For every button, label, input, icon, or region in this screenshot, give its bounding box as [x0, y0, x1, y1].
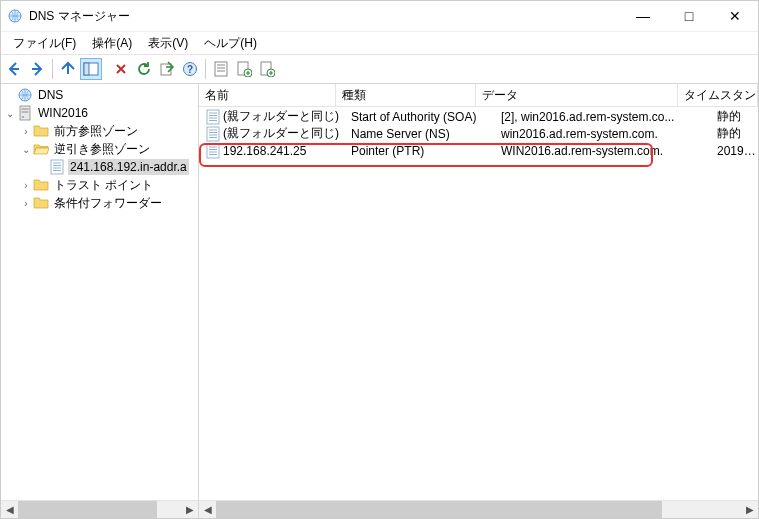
- tree-node-trust-points[interactable]: › トラスト ポイント: [1, 176, 198, 194]
- tree-node-reverse-zone-item[interactable]: 241.168.192.in-addr.a: [1, 158, 198, 176]
- nav-forward-button[interactable]: [26, 58, 48, 80]
- folder-icon: [33, 177, 49, 193]
- new-record-button[interactable]: [233, 58, 255, 80]
- tree-node-forward-zones[interactable]: › 前方参照ゾーン: [1, 122, 198, 140]
- scroll-left-icon[interactable]: ◀: [1, 501, 18, 518]
- list-body[interactable]: (親フォルダーと同じ) Start of Authority (SOA) [2]…: [199, 107, 758, 500]
- scroll-left-icon[interactable]: ◀: [199, 501, 216, 518]
- list-row[interactable]: (親フォルダーと同じ) Name Server (NS) win2016.ad.…: [199, 125, 758, 142]
- menu-view[interactable]: 表示(V): [140, 33, 196, 54]
- col-type[interactable]: 種類: [336, 84, 476, 106]
- tree-node-dns[interactable]: ▷ DNS: [1, 86, 198, 104]
- refresh-button[interactable]: [133, 58, 155, 80]
- cell-type: Name Server (NS): [345, 127, 495, 141]
- tree-label: トラスト ポイント: [52, 176, 155, 195]
- folder-icon: [33, 123, 49, 139]
- menubar: ファイル(F) 操作(A) 表示(V) ヘルプ(H): [1, 32, 758, 55]
- maximize-button[interactable]: □: [666, 1, 712, 31]
- tree-label: 前方参照ゾーン: [52, 122, 140, 141]
- col-data[interactable]: データ: [476, 84, 678, 106]
- menu-action[interactable]: 操作(A): [84, 33, 140, 54]
- cell-type: Start of Authority (SOA): [345, 110, 495, 124]
- expand-icon[interactable]: ›: [19, 124, 33, 138]
- tree-node-conditional-forwarders[interactable]: › 条件付フォワーダー: [1, 194, 198, 212]
- cell-type: Pointer (PTR): [345, 144, 495, 158]
- nav-back-button[interactable]: [3, 58, 25, 80]
- dns-icon: [17, 87, 33, 103]
- cell-name: (親フォルダーと同じ): [223, 125, 339, 142]
- delete-button[interactable]: [110, 58, 132, 80]
- tree-label: 241.168.192.in-addr.a: [68, 159, 189, 175]
- server-icon: [17, 105, 33, 121]
- menu-file[interactable]: ファイル(F): [5, 33, 84, 54]
- list-row[interactable]: 192.168.241.25 Pointer (PTR) WIN2016.ad.…: [199, 142, 758, 159]
- export-button[interactable]: [156, 58, 178, 80]
- cell-ts: 静的: [711, 125, 758, 142]
- window-controls: — □ ✕: [620, 1, 758, 31]
- dns-manager-window: DNS マネージャー — □ ✕ ファイル(F) 操作(A) 表示(V) ヘルプ…: [0, 0, 759, 519]
- list-header: 名前 種類 データ タイムスタンプ: [199, 84, 758, 107]
- body-area: ▷ DNS ⌄ WIN2016 › 前方参照ゾーン: [1, 84, 758, 518]
- expand-icon[interactable]: ›: [19, 196, 33, 210]
- tree[interactable]: ▷ DNS ⌄ WIN2016 › 前方参照ゾーン: [1, 84, 198, 500]
- cell-ts: 静的: [711, 108, 758, 125]
- dns-app-icon: [7, 8, 23, 24]
- toolbar: [1, 55, 758, 84]
- show-tree-button[interactable]: [80, 58, 102, 80]
- expand-icon[interactable]: ›: [19, 178, 33, 192]
- minimize-button[interactable]: —: [620, 1, 666, 31]
- help-button[interactable]: [179, 58, 201, 80]
- tree-label: 逆引き参照ゾーン: [52, 140, 152, 159]
- record-icon: [205, 126, 221, 142]
- collapse-icon[interactable]: ⌄: [3, 106, 17, 120]
- tree-panel: ▷ DNS ⌄ WIN2016 › 前方参照ゾーン: [1, 84, 199, 518]
- new-record-button-2[interactable]: [256, 58, 278, 80]
- folder-icon: [33, 195, 49, 211]
- cell-name: (親フォルダーと同じ): [223, 108, 339, 125]
- zone-icon: [49, 159, 65, 175]
- cell-ts: 2019/06/17 12: [711, 144, 758, 158]
- scroll-right-icon[interactable]: ▶: [181, 501, 198, 518]
- col-ts[interactable]: タイムスタンプ: [678, 84, 758, 106]
- close-button[interactable]: ✕: [712, 1, 758, 31]
- cell-name: 192.168.241.25: [223, 144, 306, 158]
- list-hscrollbar[interactable]: ◀ ▶: [199, 500, 758, 518]
- tree-hscrollbar[interactable]: ◀ ▶: [1, 500, 198, 518]
- tree-label: WIN2016: [36, 105, 90, 121]
- tree-node-reverse-zones[interactable]: ⌄ 逆引き参照ゾーン: [1, 140, 198, 158]
- titlebar: DNS マネージャー — □ ✕: [1, 1, 758, 32]
- cell-data: [2], win2016.ad.rem-system.co...: [495, 110, 711, 124]
- cell-data: WIN2016.ad.rem-system.com.: [495, 144, 711, 158]
- collapse-icon[interactable]: ⌄: [19, 142, 33, 156]
- list-panel: 名前 種類 データ タイムスタンプ (親フォルダーと同じ) Start of A…: [199, 84, 758, 518]
- tree-label: 条件付フォワーダー: [52, 194, 164, 213]
- col-name[interactable]: 名前: [199, 84, 336, 106]
- record-icon: [205, 143, 221, 159]
- separator: [52, 59, 53, 79]
- window-title: DNS マネージャー: [29, 8, 620, 25]
- cell-data: win2016.ad.rem-system.com.: [495, 127, 711, 141]
- scroll-right-icon[interactable]: ▶: [741, 501, 758, 518]
- tree-label: DNS: [36, 87, 65, 103]
- list-row[interactable]: (親フォルダーと同じ) Start of Authority (SOA) [2]…: [199, 108, 758, 125]
- record-icon: [205, 109, 221, 125]
- folder-open-icon: [33, 141, 49, 157]
- tree-node-server[interactable]: ⌄ WIN2016: [1, 104, 198, 122]
- nav-up-button[interactable]: [57, 58, 79, 80]
- separator: [205, 59, 206, 79]
- menu-help[interactable]: ヘルプ(H): [196, 33, 265, 54]
- properties-button[interactable]: [210, 58, 232, 80]
